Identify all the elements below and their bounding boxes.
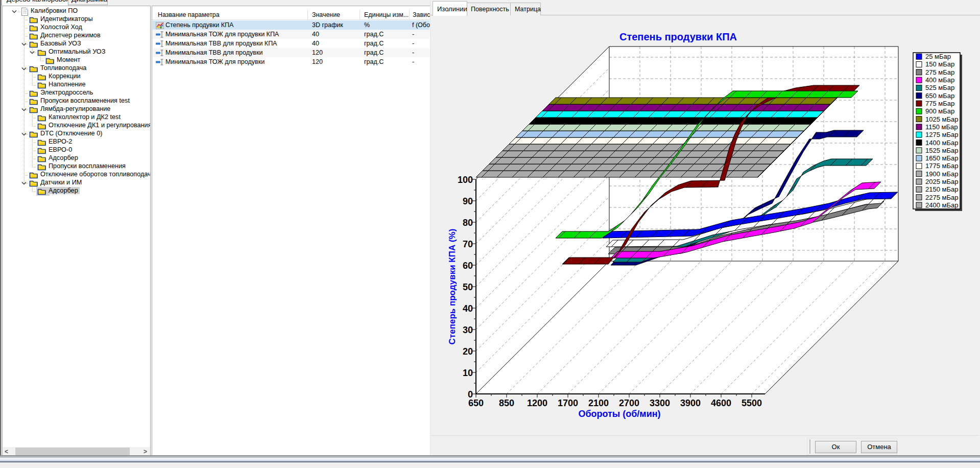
svg-text:1400 мБар: 1400 мБар bbox=[925, 139, 958, 147]
svg-text:3300: 3300 bbox=[650, 398, 670, 408]
svg-text:900 мБар: 900 мБар bbox=[925, 107, 954, 115]
svg-text:1525 мБар: 1525 мБар bbox=[925, 147, 958, 154]
svg-text:1150 мБар: 1150 мБар bbox=[925, 123, 958, 131]
svg-text:2150 мБар: 2150 мБар bbox=[925, 185, 958, 193]
svg-text:40: 40 bbox=[463, 303, 473, 314]
svg-text:70: 70 bbox=[463, 239, 473, 249]
svg-text:Степерь продувки КПА (%): Степерь продувки КПА (%) bbox=[447, 229, 457, 345]
svg-text:2100: 2100 bbox=[588, 398, 609, 408]
svg-text:2025 мБар: 2025 мБар bbox=[925, 178, 958, 185]
svg-text:1650 мБар: 1650 мБар bbox=[925, 154, 958, 162]
svg-text:650: 650 bbox=[468, 398, 484, 408]
svg-text:30: 30 bbox=[463, 325, 473, 335]
svg-text:80: 80 bbox=[463, 218, 473, 228]
svg-text:Степень продувки КПА: Степень продувки КПА bbox=[619, 31, 737, 42]
svg-text:2400 мБар: 2400 мБар bbox=[925, 201, 958, 209]
svg-text:60: 60 bbox=[463, 261, 473, 271]
svg-text:525 мБар: 525 мБар bbox=[925, 84, 954, 91]
svg-text:3900: 3900 bbox=[680, 398, 701, 408]
svg-text:1200: 1200 bbox=[527, 398, 547, 408]
svg-text:25 мБар: 25 мБар bbox=[925, 53, 951, 60]
svg-text:4600: 4600 bbox=[711, 398, 731, 408]
svg-text:650 мБар: 650 мБар bbox=[925, 92, 954, 100]
svg-text:90: 90 bbox=[463, 196, 473, 206]
svg-text:850: 850 bbox=[499, 398, 514, 408]
svg-text:150 мБар: 150 мБар bbox=[925, 60, 954, 68]
svg-text:1700: 1700 bbox=[558, 398, 578, 408]
svg-text:2700: 2700 bbox=[619, 398, 639, 408]
svg-text:10: 10 bbox=[463, 368, 473, 378]
svg-text:50: 50 bbox=[463, 282, 473, 292]
svg-text:275 мБар: 275 мБар bbox=[925, 68, 954, 76]
svg-text:1025 мБар: 1025 мБар bbox=[925, 115, 958, 123]
svg-text:5500: 5500 bbox=[742, 398, 762, 408]
svg-text:1900 мБар: 1900 мБар bbox=[925, 170, 958, 178]
svg-text:400 мБар: 400 мБар bbox=[925, 76, 954, 84]
svg-text:100: 100 bbox=[458, 175, 473, 185]
svg-text:1275 мБар: 1275 мБар bbox=[925, 131, 958, 138]
svg-text:2275 мБар: 2275 мБар bbox=[925, 194, 958, 201]
svg-text:20: 20 bbox=[463, 346, 473, 357]
svg-text:1775 мБар: 1775 мБар bbox=[925, 162, 958, 170]
svg-text:Обороты (об/мин): Обороты (об/мин) bbox=[578, 409, 660, 419]
svg-text:775 мБар: 775 мБар bbox=[925, 100, 954, 107]
